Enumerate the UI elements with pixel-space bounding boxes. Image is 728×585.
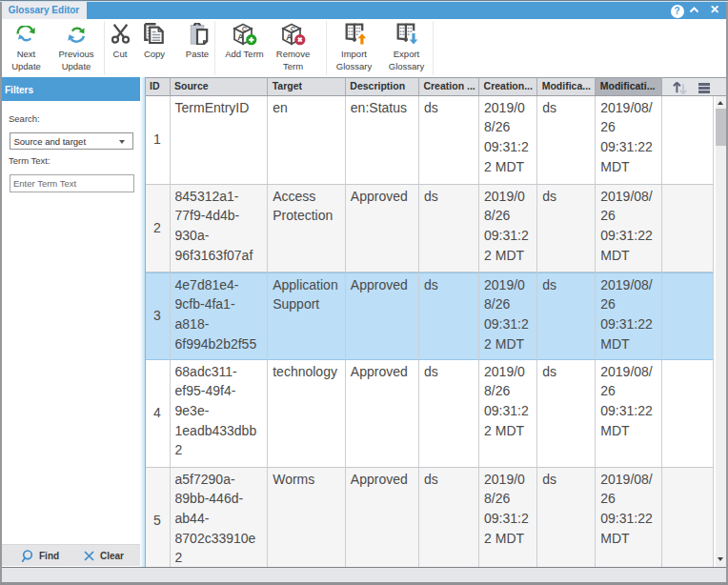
svg-text:A: A bbox=[237, 32, 244, 42]
svg-text:A: A bbox=[286, 32, 293, 42]
